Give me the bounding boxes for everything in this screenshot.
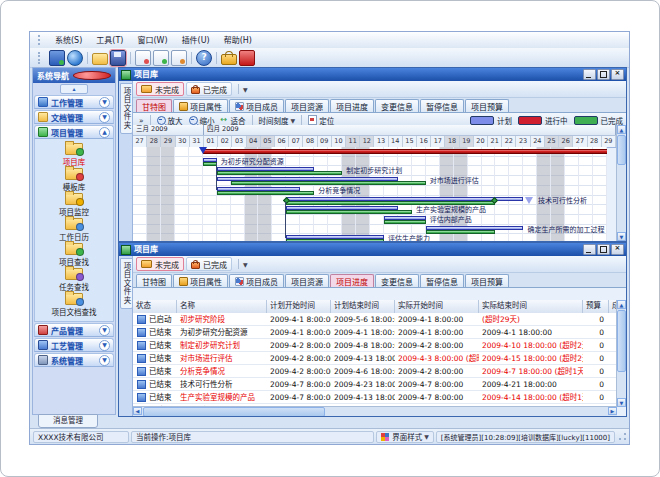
tab-项目进度[interactable]: 项目进度	[330, 274, 374, 287]
tab-项目成员[interactable]: 项目成员	[229, 99, 284, 112]
sidebar-item-模板库[interactable]: 模板库	[35, 167, 113, 192]
collapse-button[interactable]: ▴	[60, 84, 88, 94]
table-row[interactable]: 已结束对市场进行评估2009-4-2 8:00:002009-4-13 18:0…	[133, 352, 617, 365]
table-row[interactable]: 已启动初步研究阶段2009-4-1 8:00:002009-5-6 18:00:…	[133, 313, 617, 326]
toolbar-options-chevron-icon[interactable]: ▼	[243, 261, 248, 268]
gantt-done-bar-为初步研究分配资源[interactable]	[203, 162, 217, 166]
report-new-icon[interactable]	[135, 50, 151, 66]
tab-暂停信息[interactable]: 暂停信息	[420, 99, 464, 112]
chevron-down-icon[interactable]: ▼	[99, 340, 110, 351]
sidebar-group-header-4[interactable]: 工艺管理▼	[34, 338, 114, 352]
help-icon[interactable]	[196, 50, 212, 66]
table-row[interactable]: 已结束为初步研究分配资源2009-4-1 8:00:002009-4-1 18:…	[133, 326, 617, 339]
project-folder-tab[interactable]: 项目文件夹	[120, 258, 133, 309]
computer-icon[interactable]	[49, 50, 65, 66]
column-header-预算[interactable]: 预算	[583, 300, 609, 313]
sidebar-item-项目文档查找[interactable]: 项目文档查找	[35, 292, 113, 317]
filter-button-未完成[interactable]: 未完成	[136, 257, 184, 271]
tab-变更信息[interactable]: 变更信息	[375, 274, 419, 287]
column-header-计划开始时间[interactable]: 计划开始时间	[267, 300, 331, 313]
gantt-summary-bar-初步研究阶段[interactable]	[203, 149, 607, 154]
tab-项目属性[interactable]: 项目属性	[173, 99, 228, 112]
lock-icon[interactable]	[221, 54, 237, 65]
sidebar-group-header-2[interactable]: 项目管理▲	[34, 125, 114, 139]
ui-style-button[interactable]: 界面样式 ▼	[376, 431, 434, 443]
menu-item-2[interactable]: 窗口(W)	[130, 33, 174, 48]
tab-项目预算[interactable]: 项目预算	[465, 274, 509, 287]
gantt-done-bar-分析竞争情况[interactable]	[217, 191, 315, 195]
column-header-状态[interactable]: 状态	[133, 300, 177, 313]
sidebar-item-任务查找[interactable]: 任务查找	[35, 267, 113, 292]
scroll-up-arrow[interactable]: ▲	[617, 300, 626, 309]
column-header-名称[interactable]: 名称	[177, 300, 267, 313]
gantt-done-bar-评估生产能力[interactable]	[286, 239, 384, 241]
table-row[interactable]: 已结束生产实验室规模的产品2009-4-7 8:00:002009-4-13 1…	[133, 391, 617, 404]
sidebar-item-项目查找[interactable]: 项目查找	[35, 242, 113, 267]
tab-暂停信息[interactable]: 暂停信息	[420, 274, 464, 287]
sidebar-item-项目监控[interactable]: 项目监控	[35, 192, 113, 217]
sidebar-item-工作日历[interactable]: 工作日历	[35, 217, 113, 242]
filter-button-已完成[interactable]: 已完成	[186, 257, 232, 271]
scroll-up-arrow[interactable]: ▲	[617, 125, 626, 134]
column-header-实际结束时间[interactable]: 实际结束时间	[479, 300, 583, 313]
close-button[interactable]	[611, 244, 624, 255]
project-folder-tab[interactable]: 项目文件夹	[120, 83, 133, 134]
scrollbar-thumb[interactable]	[617, 310, 626, 372]
menu-item-4[interactable]: 帮助(H)	[217, 33, 259, 48]
scroll-down-arrow[interactable]: ▼	[617, 232, 626, 241]
resize-grip[interactable]	[618, 432, 627, 441]
chevron-down-icon[interactable]: ▼	[99, 325, 110, 336]
chevron-up-icon[interactable]: ▲	[99, 127, 110, 138]
sidebar-group-header-0[interactable]: 工作管理▼	[34, 95, 114, 109]
tab-message-management[interactable]: 消息管理	[38, 414, 98, 428]
tab-项目资源[interactable]: 项目资源	[285, 99, 329, 112]
chevron-down-icon[interactable]: ▼	[99, 97, 110, 108]
scrollbar-thumb[interactable]	[617, 135, 626, 165]
tab-变更信息[interactable]: 变更信息	[375, 99, 419, 112]
gantt-done-bar-评估内部产品[interactable]	[384, 220, 426, 224]
tab-项目进度[interactable]: 项目进度	[330, 99, 374, 112]
tab-项目属性[interactable]: 项目属性	[173, 274, 228, 287]
table-vertical-scrollbar[interactable]: ▲ ▼	[616, 300, 626, 407]
filter-button-未完成[interactable]: 未完成	[136, 82, 184, 96]
gantt-done-bar-制定初步研究计划[interactable]	[217, 171, 342, 175]
save-icon[interactable]	[110, 50, 126, 66]
column-header-计划结束时间[interactable]: 计划结束时间	[331, 300, 395, 313]
menu-item-0[interactable]: 系统(S)	[48, 33, 89, 48]
tab-甘特图[interactable]: 甘特图	[136, 274, 172, 287]
column-header-实际开始时间[interactable]: 实际开始时间	[395, 300, 479, 313]
gantt-done-bar-确定生产所需的加工过程[interactable]	[426, 230, 496, 234]
table-row[interactable]: 已结束技术可行性分析2009-4-7 8:00:002009-4-23 18:0…	[133, 378, 617, 391]
chevron-down-icon[interactable]: ▼	[99, 355, 110, 366]
exit-icon[interactable]	[239, 50, 255, 66]
scroll-right-arrow[interactable]: ▶	[608, 407, 617, 415]
report-view-icon[interactable]	[153, 50, 169, 66]
gantt-done-bar-对市场进行评估[interactable]	[231, 181, 426, 185]
maximize-button[interactable]	[597, 69, 610, 80]
gantt-done-bar-技术可行性分析[interactable]	[286, 201, 495, 205]
chevron-down-icon[interactable]: ▼	[99, 112, 110, 123]
scrollbar-thumb[interactable]	[143, 407, 325, 417]
sidebar-group-header-1[interactable]: 文档管理▼	[34, 110, 114, 124]
gantt-done-bar-生产实验室规模的产品[interactable]	[286, 210, 411, 214]
table-row[interactable]: 已结束分析竞争情况2009-4-2 8:00:002009-4-6 18:00:…	[133, 365, 617, 378]
sidebar-group-header-3[interactable]: 产品管理▼	[34, 323, 114, 337]
minimize-button[interactable]	[583, 244, 596, 255]
sidebar-item-项目库[interactable]: 项目库	[35, 142, 113, 167]
table-row[interactable]: 已结束制定初步研究计划2009-4-2 8:00:002009-4-8 18:0…	[133, 339, 617, 352]
tab-项目成员[interactable]: 项目成员	[229, 274, 284, 287]
minimize-button[interactable]	[583, 69, 596, 80]
tab-项目预算[interactable]: 项目预算	[465, 99, 509, 112]
menu-item-1[interactable]: 工具(T)	[89, 33, 130, 48]
close-button[interactable]	[611, 69, 624, 80]
tab-项目资源[interactable]: 项目资源	[285, 274, 329, 287]
gantt-window-titlebar[interactable]: 项目库	[119, 68, 626, 81]
menu-item-3[interactable]: 插件(U)	[175, 33, 217, 48]
toolbar-options-chevron-icon[interactable]: ▼	[243, 86, 248, 93]
sidebar-group-header-5[interactable]: 系统管理▼	[34, 353, 114, 367]
scroll-down-arrow[interactable]: ▼	[617, 398, 626, 407]
filter-button-已完成[interactable]: 已完成	[186, 82, 232, 96]
scroll-left-arrow[interactable]: ◀	[133, 407, 142, 415]
globe-icon[interactable]	[67, 50, 83, 66]
table-horizontal-scrollbar[interactable]: ◀ ▶	[133, 406, 617, 416]
